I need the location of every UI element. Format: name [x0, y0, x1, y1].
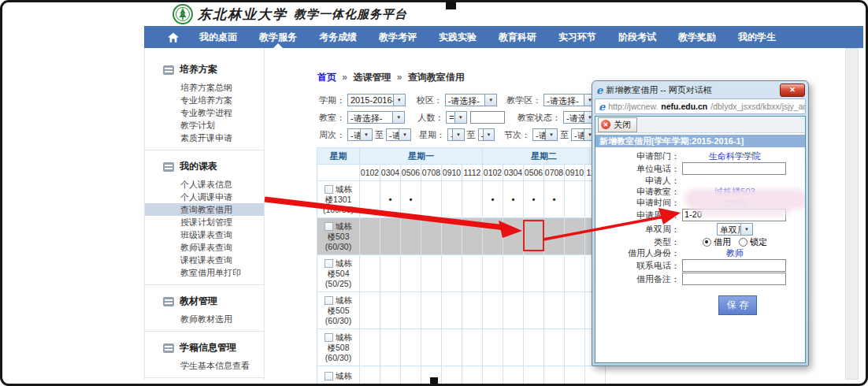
day-to-select[interactable]: --请 — [478, 128, 495, 141]
schedule-cell[interactable] — [503, 329, 524, 366]
nav-item-education-research[interactable]: 教育科研 — [488, 26, 547, 48]
day-from-select[interactable]: --请 — [447, 128, 465, 141]
schedule-cell[interactable]: • — [401, 181, 421, 218]
campus-select[interactable]: -请选择- — [445, 94, 498, 106]
schedule-cell[interactable] — [544, 366, 565, 386]
schedule-cell[interactable] — [401, 366, 421, 386]
sidebar-item-classroom-borrow-print[interactable]: 教室借用单打印 — [145, 266, 264, 279]
sidebar-item-major-teaching-process[interactable]: 专业教学进程 — [145, 106, 264, 119]
teaching-area-select[interactable]: -请选择- — [543, 94, 596, 106]
room-checkbox[interactable] — [325, 259, 333, 268]
dropdown-arrow-icon[interactable] — [399, 129, 410, 140]
sidebar-group-student-records[interactable]: 学籍信息管理 — [145, 337, 264, 359]
dropdown-arrow-icon[interactable] — [483, 129, 495, 140]
schedule-cell[interactable] — [565, 366, 585, 386]
contact-phone-input[interactable] — [682, 259, 786, 272]
dropdown-arrow-icon[interactable] — [360, 129, 372, 140]
schedule-cell[interactable] — [503, 255, 524, 292]
schedule-cell[interactable] — [360, 218, 380, 255]
schedule-cell[interactable] — [421, 329, 442, 366]
semester-select[interactable]: 2015-2016-1 — [347, 94, 406, 106]
page-scrollbar[interactable] — [845, 48, 859, 380]
classroom-select[interactable]: -请选择- — [347, 111, 405, 124]
schedule-cell[interactable] — [483, 366, 503, 386]
schedule-cell[interactable] — [462, 218, 483, 255]
breadcrumb-home-link[interactable]: 首页 — [317, 72, 336, 83]
schedule-cell[interactable]: • — [503, 181, 524, 218]
schedule-cell[interactable] — [565, 329, 585, 366]
type-lock-radio[interactable] — [739, 238, 747, 247]
room-checkbox[interactable] — [325, 372, 333, 380]
sidebar-item-quality-course-application[interactable]: 素质开课申请 — [145, 132, 264, 144]
schedule-cell[interactable] — [360, 181, 380, 218]
schedule-cell[interactable] — [565, 292, 585, 329]
schedule-cell[interactable] — [524, 255, 544, 292]
schedule-cell[interactable]: • — [524, 181, 544, 218]
schedule-cell[interactable] — [380, 329, 401, 366]
remark-input[interactable] — [682, 273, 786, 285]
schedule-cell[interactable] — [462, 329, 483, 366]
department-link[interactable]: 生命科学学院 — [709, 150, 761, 162]
schedule-cell[interactable] — [442, 255, 462, 292]
schedule-cell[interactable] — [483, 255, 503, 292]
schedule-cell[interactable] — [380, 218, 401, 255]
schedule-cell[interactable] — [565, 181, 585, 218]
sidebar-group-training-program[interactable]: 培养方案 — [145, 59, 264, 81]
room-checkbox[interactable] — [325, 222, 333, 231]
sidebar-item-teaching-plan-management[interactable]: 授课计划管理 — [145, 216, 264, 228]
home-icon[interactable] — [168, 32, 179, 43]
schedule-cell[interactable] — [421, 255, 442, 292]
schedule-cell[interactable] — [503, 366, 524, 386]
schedule-cell[interactable] — [360, 366, 380, 386]
schedule-cell[interactable] — [585, 366, 606, 386]
nav-item-my-students[interactable]: 我的学生 — [727, 26, 787, 48]
sidebar-item-teaching-plan[interactable]: 教学计划 — [145, 119, 264, 132]
schedule-cell[interactable] — [524, 329, 544, 366]
capacity-operator-select[interactable]: = — [446, 111, 466, 124]
sidebar-item-major-training-program[interactable]: 专业培养方案 — [145, 94, 264, 106]
schedule-cell[interactable] — [544, 218, 565, 255]
nav-item-desktop[interactable]: 我的桌面 — [188, 26, 248, 48]
week-to-select[interactable]: -请选 — [386, 128, 411, 141]
schedule-cell[interactable] — [421, 218, 442, 255]
schedule-cell[interactable] — [565, 218, 585, 255]
schedule-cell[interactable] — [401, 292, 421, 329]
nav-item-teaching-services[interactable]: 教学服务 — [248, 26, 308, 48]
type-borrow-radio[interactable] — [703, 238, 711, 247]
schedule-cell[interactable] — [503, 292, 524, 329]
schedule-cell[interactable] — [544, 329, 565, 366]
sidebar-group-textbook-management[interactable]: 教材管理 — [145, 291, 264, 313]
nav-item-exam-scores[interactable]: 考务成绩 — [308, 26, 368, 48]
sidebar-item-course-timetable-query[interactable]: 课程课表查询 — [145, 254, 264, 266]
schedule-cell[interactable]: • — [544, 181, 565, 218]
schedule-cell[interactable]: • — [483, 181, 503, 218]
sidebar-item-teacher-timetable-query[interactable]: 教师课表查询 — [145, 241, 264, 254]
dropdown-arrow-icon[interactable] — [392, 112, 404, 123]
sidebar-item-personal-timetable-info[interactable]: 个人课表信息 — [145, 178, 264, 191]
close-button[interactable]: ✕ 关闭 — [598, 117, 637, 132]
schedule-cell[interactable] — [462, 181, 483, 218]
schedule-cell[interactable] — [524, 292, 544, 329]
schedule-cell[interactable] — [380, 366, 401, 386]
dropdown-arrow-icon[interactable] — [452, 129, 464, 140]
sidebar-item-classroom-borrow-query[interactable]: 查询教室借用 — [145, 203, 264, 216]
schedule-cell[interactable] — [442, 218, 462, 255]
schedule-cell[interactable] — [360, 329, 380, 366]
identity-link[interactable]: 教师 — [726, 247, 744, 259]
dropdown-arrow-icon[interactable] — [454, 112, 466, 123]
schedule-cell[interactable] — [421, 292, 442, 329]
dropdown-arrow-icon[interactable] — [545, 129, 557, 140]
schedule-cell[interactable] — [524, 366, 544, 386]
unit-phone-input[interactable] — [682, 162, 786, 175]
schedule-cell[interactable] — [462, 366, 483, 386]
schedule-cell[interactable] — [483, 218, 503, 255]
schedule-cell[interactable] — [380, 292, 401, 329]
nav-item-teaching-awards[interactable]: 教学奖励 — [667, 26, 727, 48]
schedule-cell[interactable] — [544, 292, 565, 329]
sidebar-item-training-program-outline[interactable]: 培养方案总纲 — [145, 81, 264, 94]
schedule-cell[interactable] — [442, 181, 462, 218]
schedule-cell[interactable] — [442, 366, 462, 386]
schedule-cell[interactable]: • — [380, 181, 401, 218]
schedule-cell[interactable] — [401, 255, 421, 292]
schedule-cell[interactable] — [401, 218, 421, 255]
